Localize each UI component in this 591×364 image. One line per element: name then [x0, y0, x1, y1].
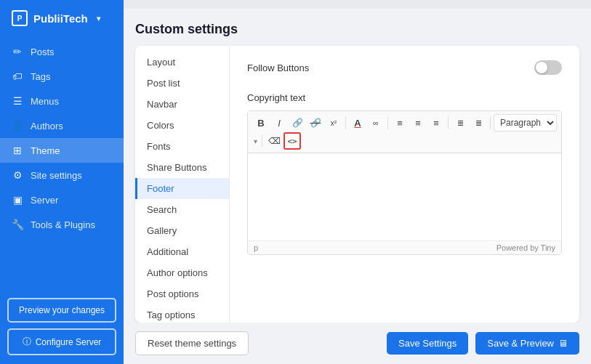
- sidebar-item-label: Tools & Plugins: [31, 219, 95, 230]
- sidebar-bottom: Preview your changes ⓘ Configure Server: [0, 289, 124, 364]
- subnav-item-author-options[interactable]: Author options: [135, 262, 229, 283]
- unlink-button[interactable]: 🔗: [307, 114, 324, 132]
- content-area: Custom settings Layout Post list Navbar …: [124, 9, 591, 323]
- sidebar-item-label: Menus: [31, 96, 59, 107]
- bold-button[interactable]: B: [252, 114, 270, 132]
- list-ol-button[interactable]: ≣: [470, 114, 487, 132]
- preview-changes-button[interactable]: Preview your changes: [7, 298, 116, 323]
- subnav-item-gallery[interactable]: Gallery: [135, 220, 229, 241]
- save-preview-label: Save & Preview: [487, 338, 554, 349]
- toolbar-divider-3: [448, 116, 449, 129]
- subnav-item-post-list[interactable]: Post list: [135, 73, 229, 94]
- editor-status-right: Powered by Tiny: [496, 243, 555, 252]
- follow-buttons-setting: Follow Buttons: [247, 60, 562, 75]
- code-button[interactable]: <>: [284, 132, 301, 150]
- toolbar-divider-5: [262, 134, 262, 147]
- menus-icon: ☰: [12, 95, 23, 107]
- sidebar-item-posts[interactable]: ✏ Posts: [0, 39, 124, 64]
- site-settings-icon: ⚙: [12, 169, 23, 181]
- theme-icon: ⊞: [12, 145, 23, 156]
- sidebar-item-site-settings[interactable]: ⚙ Site settings: [0, 163, 124, 187]
- copyright-label: Copyright text: [247, 92, 562, 103]
- top-bar: [124, 0, 591, 9]
- copyright-section: Copyright text B I 🔗 🔗 x² A ∞ ≡: [247, 92, 562, 255]
- sidebar-item-label: Theme: [31, 145, 60, 156]
- sidebar-item-theme[interactable]: ⊞ Theme: [0, 138, 124, 163]
- save-preview-button[interactable]: Save & Preview 🖥: [475, 332, 579, 355]
- sidebar-navigation: ✏ Posts 🏷 Tags ☰ Menus 👤 Authors ⊞ Theme…: [0, 36, 124, 289]
- subnav-item-navbar[interactable]: Navbar: [135, 94, 229, 115]
- subnav-item-search[interactable]: Search: [135, 199, 229, 220]
- sidebar-item-tags[interactable]: 🏷 Tags: [0, 64, 124, 89]
- superscript-button[interactable]: x²: [325, 114, 342, 132]
- sidebar-item-menus[interactable]: ☰ Menus: [0, 89, 124, 113]
- list-ul-button[interactable]: ≣: [451, 114, 469, 132]
- align-right-button[interactable]: ≡: [427, 114, 445, 132]
- footer-bar: Reset theme settings Save Settings Save …: [124, 323, 591, 364]
- sidebar-item-label: Tags: [31, 71, 50, 82]
- subnav-item-footer[interactable]: Footer: [135, 178, 229, 199]
- subnav-item-colors[interactable]: Colors: [135, 115, 229, 136]
- preview-label: Preview your changes: [19, 305, 105, 315]
- sidebar-item-label: Authors: [31, 121, 63, 132]
- content-body: Layout Post list Navbar Colors Fonts Sha…: [135, 46, 579, 323]
- sidebar-item-label: Site settings: [31, 170, 82, 181]
- logo-icon: P: [12, 10, 28, 26]
- font-color-button[interactable]: A: [349, 114, 366, 132]
- subnav-item-share-buttons[interactable]: Share Buttons: [135, 157, 229, 178]
- authors-icon: 👤: [12, 120, 23, 132]
- configure-server-button[interactable]: ⓘ Configure Server: [7, 328, 116, 355]
- configure-icon: ⓘ: [23, 336, 31, 348]
- app-name: PubliiTech: [33, 12, 88, 25]
- editor-toolbar: B I 🔗 🔗 x² A ∞ ≡ ≡ ≡: [248, 111, 561, 153]
- chevron-down-icon: ▾: [97, 15, 100, 23]
- sidebar-item-tools-plugins[interactable]: 🔧 Tools & Plugins: [0, 212, 124, 237]
- source-button[interactable]: ∞: [367, 114, 385, 132]
- posts-icon: ✏: [12, 46, 23, 57]
- subnav-item-post-options[interactable]: Post options: [135, 283, 229, 304]
- subnav-item-layout[interactable]: Layout: [135, 52, 229, 73]
- sidebar-item-server[interactable]: ▣ Server: [0, 187, 124, 212]
- app-logo[interactable]: P PubliiTech ▾: [0, 0, 124, 36]
- eraser-button[interactable]: ⌫: [265, 132, 283, 150]
- subnav-item-additional[interactable]: Additional: [135, 241, 229, 262]
- subnav-item-tag-options[interactable]: Tag options: [135, 304, 229, 323]
- footer-right-actions: Save Settings Save & Preview 🖥: [387, 332, 579, 355]
- editor-status-bar: p Powered by Tiny: [248, 240, 561, 254]
- page-title: Custom settings: [135, 9, 579, 46]
- configure-label: Configure Server: [36, 337, 102, 347]
- reset-theme-button[interactable]: Reset theme settings: [135, 331, 249, 355]
- editor-status-left: p: [254, 243, 258, 252]
- toolbar-divider-4: [490, 116, 491, 129]
- server-icon: ▣: [12, 194, 23, 206]
- align-center-button[interactable]: ≡: [409, 114, 427, 132]
- monitor-icon: 🖥: [558, 338, 568, 349]
- sidebar: P PubliiTech ▾ ✏ Posts 🏷 Tags ☰ Menus 👤 …: [0, 0, 124, 364]
- link-button[interactable]: 🔗: [289, 114, 306, 132]
- save-settings-button[interactable]: Save Settings: [387, 332, 468, 355]
- sidebar-item-label: Server: [31, 195, 58, 206]
- tags-icon: 🏷: [12, 70, 23, 82]
- sidebar-item-label: Posts: [31, 46, 55, 57]
- tools-icon: 🔧: [12, 219, 23, 230]
- italic-button[interactable]: I: [270, 114, 288, 132]
- subnav: Layout Post list Navbar Colors Fonts Sha…: [135, 46, 230, 323]
- editor-body[interactable]: [248, 153, 561, 240]
- settings-panel: Follow Buttons Copyright text B I 🔗 🔗 x²: [230, 46, 579, 323]
- rich-text-editor: B I 🔗 🔗 x² A ∞ ≡ ≡ ≡: [247, 110, 562, 255]
- paragraph-select[interactable]: Paragraph: [494, 114, 557, 132]
- main-content: Custom settings Layout Post list Navbar …: [124, 0, 591, 364]
- align-left-button[interactable]: ≡: [391, 114, 409, 132]
- select-chevron-icon: ▾: [254, 137, 257, 145]
- follow-buttons-label: Follow Buttons: [247, 62, 309, 73]
- toolbar-divider-2: [387, 116, 388, 129]
- toolbar-divider: [345, 116, 346, 129]
- subnav-item-fonts[interactable]: Fonts: [135, 136, 229, 157]
- follow-buttons-toggle[interactable]: [534, 60, 562, 75]
- sidebar-item-authors[interactable]: 👤 Authors: [0, 113, 124, 138]
